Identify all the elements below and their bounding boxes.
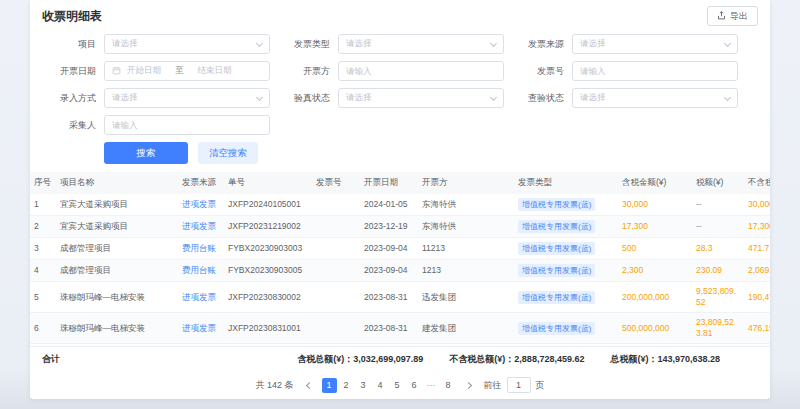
invoice-no-input[interactable]	[572, 61, 738, 81]
cell-project-name: 宜宾大道采购项目	[56, 216, 178, 238]
cell-invoice-source-link[interactable]: 费用台账	[178, 260, 224, 282]
cell-invoice-source-link[interactable]: 进项发票	[178, 282, 224, 313]
invoice-source-select[interactable]: 请选择	[572, 34, 738, 54]
filter-panel: 项目 请选择 发票类型 请选择 发票来源 请选择	[30, 32, 770, 172]
verify-status-select[interactable]: 请选择	[338, 88, 504, 108]
row-index: 3	[30, 238, 56, 260]
table-row: 1宜宾大道采购项目进项发票JXFP202401050012024-01-05东海…	[30, 194, 770, 216]
cell-order-no: FYBX20230903003	[224, 238, 312, 260]
cell-amount-excl-tax: 2,069.91	[744, 260, 770, 282]
cell-issuer: 1213	[418, 260, 514, 282]
cell-amount-excl-tax: 471.7	[744, 238, 770, 260]
cell-project-name: 宜宾大道采购项目	[56, 194, 178, 216]
filter-label-check-status: 查验状态	[510, 92, 564, 105]
invoice-source-select-placeholder: 请选择	[580, 38, 606, 50]
cell-amount-excl-tax: 30,000	[744, 194, 770, 216]
cell-tax: --	[692, 194, 744, 216]
filter-label-invoice-type: 发票类型	[276, 38, 330, 51]
cell-invoice-date: 2023-12-19	[360, 216, 418, 238]
export-icon	[717, 11, 726, 22]
cell-invoice-date: 2023-09-04	[360, 260, 418, 282]
filter-label-invoice-no: 发票号	[510, 65, 564, 78]
table-header-row: 序号项目名称发票来源单号发票号开票日期开票方发票类型含税金额(¥)税额(¥)不含…	[30, 172, 770, 194]
cell-project-name: 珠穆朗玛峰—电梯安装	[56, 282, 178, 313]
filter-row-4: 采集人	[42, 115, 758, 135]
goto-suffix-label: 页	[536, 379, 545, 392]
prev-page-button[interactable]	[305, 381, 312, 388]
page-button[interactable]: 1	[322, 378, 337, 393]
summary-bar: 合计 含税总额(¥)：3,032,699,097.89不含税总额(¥)：2,88…	[30, 346, 770, 371]
page-button[interactable]: 5	[390, 378, 405, 393]
cell-project-name: 成都管理项目	[56, 260, 178, 282]
filter-row-3: 录入方式 请选择 验真状态 请选择 查验状态 请选择	[42, 88, 758, 108]
filter-row-1: 项目 请选择 发票类型 请选择 发票来源 请选择	[42, 34, 758, 54]
cell-tax: --	[692, 216, 744, 238]
column-header: 序号	[30, 172, 56, 194]
cell-invoice-no	[312, 194, 360, 216]
check-status-select-placeholder: 请选择	[580, 92, 606, 104]
check-status-select[interactable]: 请选择	[572, 88, 738, 108]
chevron-down-icon	[724, 93, 731, 100]
row-index: 4	[30, 260, 56, 282]
invoice-table-wrap: 序号项目名称发票来源单号发票号开票日期开票方发票类型含税金额(¥)税额(¥)不含…	[30, 172, 770, 346]
entry-method-select[interactable]: 请选择	[104, 88, 270, 108]
invoice-type-badge: 增值税专用发票(蓝)	[518, 264, 595, 277]
cell-order-no: FYBX20230903005	[224, 260, 312, 282]
cell-amount-incl-tax: 30,000	[618, 194, 692, 216]
invoice-type-select[interactable]: 请选择	[338, 34, 504, 54]
goto-page-input[interactable]: 1	[507, 377, 531, 393]
cell-project-name: 成都管理项目	[56, 238, 178, 260]
filter-label-invoice-date: 开票日期	[42, 65, 96, 78]
page-button[interactable]: 8	[441, 378, 456, 393]
table-row: 3成都管理项目费用台账FYBX202309030032023-09-041121…	[30, 238, 770, 260]
invoice-type-badge: 增值税专用发票(蓝)	[518, 220, 595, 233]
cell-invoice-source-link[interactable]: 进项发票	[178, 216, 224, 238]
page-button[interactable]: 3	[356, 378, 371, 393]
date-end-placeholder: 结束日期	[198, 65, 232, 77]
cell-invoice-type: 增值税专用发票(蓝)	[514, 194, 618, 216]
cell-invoice-source-link[interactable]: 进项发票	[178, 194, 224, 216]
cell-amount-incl-tax: 2,300	[618, 260, 692, 282]
column-header: 项目名称	[56, 172, 178, 194]
invoice-date-range-picker[interactable]: 开始日期 至 结束日期	[104, 61, 270, 81]
filter-label-invoice-source: 发票来源	[510, 38, 564, 51]
cell-order-no: JXFP20240105001	[224, 194, 312, 216]
row-index: 1	[30, 194, 56, 216]
pagination-bar: 共 142 条 123456···8 前往 1 页	[30, 371, 770, 399]
page-button[interactable]: 2	[339, 378, 354, 393]
next-page-button[interactable]	[464, 381, 471, 388]
chevron-down-icon	[490, 39, 497, 46]
filter-actions: 搜索 清空搜索	[104, 142, 758, 164]
column-header: 开票方	[418, 172, 514, 194]
filter-label-project: 项目	[42, 38, 96, 51]
cell-invoice-source-link[interactable]: 费用台账	[178, 238, 224, 260]
issuer-input[interactable]	[338, 61, 504, 81]
summary-total-label: 合计	[42, 353, 60, 366]
filter-label-collector: 采集人	[42, 119, 96, 132]
date-start-placeholder: 开始日期	[127, 65, 161, 77]
cell-invoice-date: 2023-09-04	[360, 238, 418, 260]
cell-amount-incl-tax: 200,000,000	[618, 282, 692, 313]
collector-input[interactable]	[104, 115, 270, 135]
export-button[interactable]: 导出	[707, 6, 758, 26]
table-row: 5珠穆朗玛峰—电梯安装进项发票JXFP202308300022023-08-31…	[30, 282, 770, 313]
filter-label-entry-method: 录入方式	[42, 92, 96, 105]
project-select[interactable]: 请选择	[104, 34, 270, 54]
invoice-detail-card: 收票明细表 导出 项目 请选择 发票类型 请选择	[30, 0, 770, 399]
clear-search-button[interactable]: 清空搜索	[198, 142, 258, 164]
cell-invoice-date: 2024-01-05	[360, 194, 418, 216]
column-header: 含税金额(¥)	[618, 172, 692, 194]
goto-page: 前往 1 页	[484, 377, 545, 393]
cell-amount-incl-tax: 500,000,000	[618, 313, 692, 344]
chevron-down-icon	[490, 93, 497, 100]
cell-invoice-source-link[interactable]: 进项发票	[178, 313, 224, 344]
page-button[interactable]: 6	[407, 378, 422, 393]
cell-amount-excl-tax: 190,476,190.48	[744, 282, 770, 313]
page-button[interactable]: 4	[373, 378, 388, 393]
filter-label-verify-status: 验真状态	[276, 92, 330, 105]
search-button[interactable]: 搜索	[104, 142, 188, 164]
cell-invoice-date: 2023-08-31	[360, 282, 418, 313]
invoice-type-badge: 增值税专用发票(蓝)	[518, 242, 595, 255]
chevron-down-icon	[256, 39, 263, 46]
row-index: 5	[30, 282, 56, 313]
